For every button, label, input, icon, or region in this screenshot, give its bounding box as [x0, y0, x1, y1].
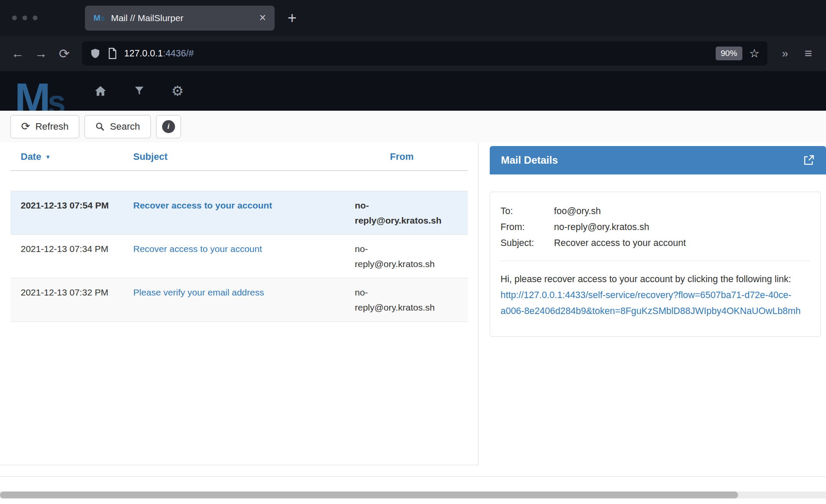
from-value: no-reply@ory.kratos.sh — [554, 219, 649, 235]
overflow-chevrons-icon[interactable]: » — [773, 47, 797, 60]
home-icon[interactable] — [94, 85, 107, 97]
column-header-date[interactable]: Date▼ — [10, 151, 116, 162]
mail-details-header: Mail Details — [490, 146, 826, 174]
table-row[interactable]: 2021-12-13 07:32 PMPlease verify your em… — [10, 278, 468, 322]
column-header-from[interactable]: From — [336, 151, 468, 162]
subject-value: Recover access to your account — [554, 235, 686, 251]
url-path: :4436/# — [163, 48, 194, 59]
mail-subject-link[interactable]: Please verify your email address — [116, 278, 336, 321]
table-row[interactable]: 2021-12-13 07:54 PMRecover access to you… — [10, 191, 468, 234]
mail-list-header: Date▼ Subject From — [10, 151, 468, 171]
window-dot[interactable] — [12, 16, 17, 20]
column-header-subject[interactable]: Subject — [116, 151, 336, 162]
bookmark-star-icon[interactable]: ☆ — [749, 47, 760, 60]
info-icon: i — [162, 120, 175, 133]
mail-from: no-reply@ory.kratos.sh — [336, 235, 468, 278]
info-button[interactable]: i — [156, 115, 181, 138]
horizontal-scrollbar[interactable] — [0, 492, 826, 498]
url-host: 127.0.0.1 — [124, 48, 163, 59]
scrollbar-thumb[interactable] — [0, 492, 738, 498]
zoom-level-badge[interactable]: 90% — [716, 47, 742, 60]
mail-list-pane: Date▼ Subject From 2021-12-13 07:54 PMRe… — [0, 143, 479, 465]
refresh-button[interactable]: ⟳ Refresh — [10, 115, 79, 138]
mail-date: 2021-12-13 07:34 PM — [10, 235, 116, 278]
search-label: Search — [110, 121, 140, 132]
url-text: 127.0.0.1:4436/# — [124, 48, 194, 59]
mail-subject-link[interactable]: Recover access to your account — [116, 235, 336, 278]
subject-label: Subject: — [501, 235, 554, 251]
sort-caret-icon: ▼ — [45, 154, 51, 160]
from-label: From: — [501, 219, 554, 235]
mail-details-card: To: foo@ory.sh From: no-reply@ory.kratos… — [490, 192, 821, 337]
mail-details-pane: Mail Details To: foo@ory.sh From: no-rep… — [479, 143, 826, 337]
settings-gear-icon[interactable]: ⚙ — [172, 83, 184, 99]
mail-date: 2021-12-13 07:32 PM — [10, 278, 116, 321]
content-bottom-divider — [0, 476, 826, 477]
mail-subject-link[interactable]: Recover access to your account — [116, 191, 336, 234]
page-content: ⟳ Refresh Search i Date▼ Subject — [0, 111, 826, 504]
mail-from: no-reply@ory.kratos.sh — [336, 191, 468, 234]
to-value: foo@ory.sh — [554, 203, 601, 219]
browser-tab-strip: Ms Mail // MailSlurper × + — [0, 0, 826, 36]
table-row[interactable]: 2021-12-13 07:34 PMRecover access to you… — [10, 234, 468, 278]
mailslurper-navbar: Ms ⚙ — [0, 71, 826, 111]
mail-details-title: Mail Details — [501, 154, 558, 166]
menu-icon[interactable]: ≡ — [797, 46, 820, 61]
refresh-label: Refresh — [35, 121, 69, 132]
browser-window: Ms Mail // MailSlurper × + ← → ⟳ 127.0.0… — [0, 0, 826, 504]
tab-close-icon[interactable]: × — [259, 11, 266, 25]
mail-from: no-reply@ory.kratos.sh — [336, 278, 468, 321]
mail-list-body: 2021-12-13 07:54 PMRecover access to you… — [10, 191, 468, 322]
browser-tab[interactable]: Ms Mail // MailSlurper × — [85, 6, 275, 31]
window-dot[interactable] — [22, 16, 27, 20]
open-in-new-window-icon[interactable] — [803, 154, 815, 166]
to-label: To: — [501, 203, 554, 219]
new-tab-button[interactable]: + — [288, 9, 297, 27]
mailslurper-logo[interactable]: Ms — [15, 77, 63, 111]
refresh-icon: ⟳ — [21, 121, 30, 132]
mail-date: 2021-12-13 07:54 PM — [10, 191, 116, 234]
details-divider — [501, 261, 810, 261]
address-bar[interactable]: 127.0.0.1:4436/# 90% ☆ — [82, 41, 767, 65]
recovery-link[interactable]: http://127.0.0.1:4433/self-service/recov… — [501, 290, 801, 316]
mail-body-text: Hi, please recover access to your accoun… — [501, 274, 791, 284]
search-icon — [95, 122, 105, 131]
forward-button[interactable]: → — [29, 46, 53, 61]
window-dot[interactable] — [33, 16, 38, 20]
reload-button[interactable]: ⟳ — [53, 46, 76, 61]
tab-title: Mail // MailSlurper — [111, 13, 259, 23]
toolbar: ⟳ Refresh Search i — [0, 111, 826, 143]
search-button[interactable]: Search — [84, 115, 151, 138]
mailslurper-favicon-icon: Ms — [94, 14, 105, 22]
shield-icon[interactable] — [90, 47, 101, 59]
window-controls[interactable] — [12, 16, 38, 20]
browser-navbar: ← → ⟳ 127.0.0.1:4436/# 90% ☆ » ≡ — [0, 36, 826, 71]
mail-body: Hi, please recover access to your accoun… — [501, 271, 810, 319]
page-icon[interactable] — [108, 48, 117, 59]
filter-icon[interactable] — [134, 85, 145, 96]
main-area: Date▼ Subject From 2021-12-13 07:54 PMRe… — [0, 143, 826, 504]
back-button[interactable]: ← — [6, 46, 29, 61]
